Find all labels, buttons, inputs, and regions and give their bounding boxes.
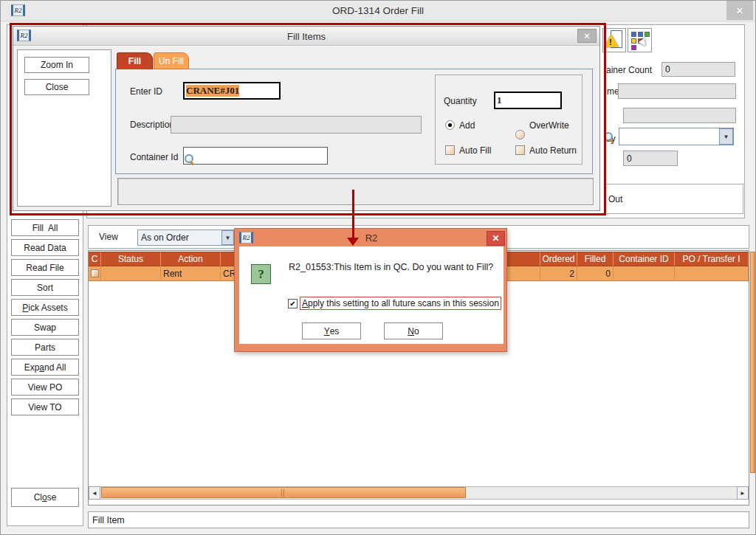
message-dialog-title: R2 xyxy=(235,232,508,244)
read-file-button[interactable]: Read File xyxy=(11,259,79,276)
column-header-ordered[interactable]: Ordered xyxy=(540,252,577,266)
scroll-left-button[interactable]: ◄ xyxy=(89,486,100,500)
quantity-label: Quantity xyxy=(444,96,477,106)
description-field xyxy=(171,116,422,134)
row-ordered-cell[interactable]: 2 xyxy=(540,266,577,281)
grid-square-yellow-icon xyxy=(631,38,636,44)
view-po-button[interactable]: View PO xyxy=(11,379,79,396)
out-label: Out xyxy=(608,194,622,204)
column-header-c[interactable]: C xyxy=(89,252,101,266)
dialog-message-strip xyxy=(117,178,594,205)
name-field-2 xyxy=(623,108,736,123)
tab-un-fill[interactable]: Un Fill xyxy=(154,52,189,69)
status-bar xyxy=(88,511,749,528)
message-content: ? R2_01553:This Item is in QC. Do you wa… xyxy=(239,246,504,344)
check-out-groupbox: Out xyxy=(605,184,743,214)
scrollbar-grip xyxy=(281,489,282,497)
view-dropdown[interactable]: As on Order ▼ xyxy=(137,229,235,246)
row-container-id-cell[interactable] xyxy=(614,266,675,281)
window-title: ORD-1314 Order Fill xyxy=(1,5,755,16)
apply-setting-label[interactable]: Apply this setting to all future scans i… xyxy=(300,297,501,310)
status-text: Fill Item xyxy=(92,515,125,525)
fill-items-r2-icon: R2 xyxy=(17,30,31,41)
window-close-button[interactable]: ✕ xyxy=(726,1,753,20)
enter-id-value: CRANE#J01 xyxy=(186,85,239,97)
auto-return-label: Auto Return xyxy=(529,145,577,156)
scroll-right-button[interactable]: ► xyxy=(737,486,749,500)
grid-square-blue2-icon xyxy=(638,32,643,37)
view-dropdown-arrow[interactable]: ▼ xyxy=(221,230,234,245)
add-radio[interactable] xyxy=(445,120,455,130)
fill-items-title: Fill Items xyxy=(13,31,600,42)
column-header-po-transfer[interactable]: PO / Transfer I xyxy=(675,252,749,266)
scrollbar-grip xyxy=(284,489,284,497)
column-header-status[interactable]: Status xyxy=(101,252,161,266)
annotation-arrow-head xyxy=(347,238,359,246)
name-field xyxy=(618,83,736,99)
view-options-toolbar-button[interactable] xyxy=(628,28,652,52)
dialog-close-button[interactable]: Close xyxy=(24,79,89,95)
apply-setting-checkbox[interactable]: ✔ xyxy=(288,299,298,308)
row-checkbox[interactable] xyxy=(91,269,99,277)
view-label: View xyxy=(99,232,118,242)
cursor-arrow-icon xyxy=(639,38,651,51)
yes-button[interactable]: Yes xyxy=(302,322,361,339)
grid-square-green-icon xyxy=(645,32,650,37)
fill-all-button[interactable]: Fill All xyxy=(11,219,79,236)
quantity-field[interactable]: 1 xyxy=(494,92,562,109)
expand-all-button[interactable]: Expand All xyxy=(11,359,79,376)
question-icon: ? xyxy=(251,264,271,284)
row-action-cell[interactable]: Rent xyxy=(161,266,221,281)
container-search-icon[interactable] xyxy=(184,153,195,165)
swap-button[interactable]: Swap xyxy=(11,319,79,336)
scrollbar-thumb[interactable] xyxy=(101,487,466,498)
quantity-summary-field: 0 xyxy=(623,151,678,166)
container-count-field: 0 xyxy=(662,62,735,77)
auto-fill-label: Auto Fill xyxy=(459,145,491,156)
row-po-cell[interactable] xyxy=(675,266,749,281)
message-text: R2_01553:This Item is in QC. Do you want… xyxy=(289,262,493,272)
bay-combo[interactable]: ▼ xyxy=(619,128,734,145)
description-label: Description xyxy=(130,120,174,130)
column-header-filled[interactable]: Filled xyxy=(577,252,614,266)
overwrite-radio-label: OverWrite xyxy=(529,120,569,131)
enter-id-label: Enter ID xyxy=(130,86,162,97)
auto-fill-checkbox[interactable] xyxy=(445,145,455,155)
quantity-value: 1 xyxy=(497,94,502,106)
vertical-scrollbar[interactable] xyxy=(750,252,755,473)
grid-square-purple-icon xyxy=(631,45,636,50)
annotation-arrow-line xyxy=(352,190,354,238)
pick-assets-button[interactable]: Pick Assets xyxy=(11,299,79,316)
add-radio-label: Add xyxy=(459,120,475,131)
fill-items-close-button[interactable]: ✕ xyxy=(577,29,597,43)
message-close-button[interactable]: ✕ xyxy=(487,231,505,246)
sort-button[interactable]: Sort xyxy=(11,279,79,296)
zoom-in-button[interactable]: Zoom In xyxy=(24,57,89,73)
overwrite-radio[interactable] xyxy=(515,130,525,139)
auto-return-checkbox[interactable] xyxy=(515,145,525,155)
warning-exclamation: ! xyxy=(609,38,612,46)
r2-message-dialog: R2 R2 ✕ ? R2_01553:This Item is in QC. D… xyxy=(234,228,507,352)
row-status-cell[interactable] xyxy=(101,266,161,281)
row-filled-cell[interactable]: 0 xyxy=(577,266,614,281)
container-id-label: Container Id xyxy=(130,152,178,162)
container-id-field[interactable] xyxy=(183,147,328,165)
grid-square-blue-icon xyxy=(631,32,636,37)
read-data-button[interactable]: Read Data xyxy=(11,239,79,256)
tab-fill[interactable]: Fill xyxy=(117,52,153,69)
enter-id-field[interactable]: CRANE#J01 xyxy=(183,82,281,100)
parts-button[interactable]: Parts xyxy=(11,339,79,356)
bay-dropdown-button[interactable]: ▼ xyxy=(719,128,733,145)
column-header-action[interactable]: Action xyxy=(161,252,221,266)
view-to-button[interactable]: View TO xyxy=(11,398,79,415)
order-fill-window: R2 ORD-1314 Order Fill ✕ Fill All Read D… xyxy=(0,0,756,535)
row-select-cell[interactable] xyxy=(89,266,101,281)
view-dropdown-value: As on Order xyxy=(141,232,189,243)
sidebar-close-button[interactable]: Close xyxy=(11,488,79,507)
column-header-container-id[interactable]: Container ID xyxy=(614,252,675,266)
no-button[interactable]: No xyxy=(384,322,443,339)
container-count-label: ainer Count xyxy=(606,65,652,75)
